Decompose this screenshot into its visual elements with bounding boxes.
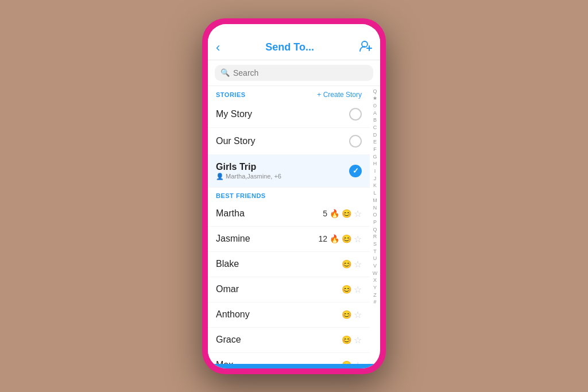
- item-name: Anthony: [216, 309, 250, 320]
- item-name: My Story: [216, 109, 252, 119]
- item-name: Grace: [216, 335, 241, 345]
- item-right: [349, 165, 362, 177]
- alpha-index-letter[interactable]: T: [373, 249, 377, 255]
- alpha-index-letter[interactable]: G: [373, 154, 377, 161]
- search-input-wrap[interactable]: 🔍: [215, 65, 373, 81]
- item-right: 😊 ☆: [342, 335, 362, 346]
- search-bar: 🔍: [208, 60, 380, 86]
- list-item[interactable]: My Story: [208, 101, 370, 128]
- list-item[interactable]: Anthony 😊 ☆: [208, 302, 370, 328]
- star-icon[interactable]: ☆: [354, 259, 362, 270]
- item-info: Jasmine: [216, 234, 250, 244]
- alpha-index-letter[interactable]: J: [374, 176, 377, 183]
- smile-emoji: 😊: [342, 310, 351, 319]
- smile-emoji: 😊: [342, 360, 351, 364]
- alpha-index-letter[interactable]: O: [373, 212, 377, 219]
- item-info: My Story: [216, 109, 252, 119]
- smile-emoji: 😊: [342, 285, 351, 294]
- create-story-button[interactable]: + Create Story: [317, 91, 362, 99]
- alpha-index-letter[interactable]: H: [373, 161, 377, 168]
- back-button[interactable]: ‹: [216, 40, 220, 55]
- alpha-index-letter[interactable]: L: [373, 190, 376, 197]
- alpha-index-letter[interactable]: U: [373, 255, 377, 262]
- star-icon[interactable]: ☆: [354, 309, 362, 320]
- item-right: 5 🔥 😊 ☆: [323, 208, 362, 219]
- select-circle[interactable]: [349, 135, 362, 148]
- alpha-index-letter[interactable]: Y: [373, 285, 377, 292]
- content-area: STORIES + Create Story My Story Our Stor…: [208, 86, 380, 364]
- item-name: Our Story: [216, 136, 255, 146]
- smile-emoji: 😊: [342, 335, 351, 344]
- search-input[interactable]: [233, 68, 368, 77]
- add-user-button[interactable]: [359, 40, 372, 55]
- item-right: 😊 ☆: [342, 259, 362, 270]
- item-info: Anthony: [216, 309, 250, 320]
- list-item[interactable]: Max 😊 ☆: [208, 353, 370, 364]
- item-name: Martha: [216, 208, 245, 219]
- list-area: STORIES + Create Story My Story Our Stor…: [208, 86, 370, 364]
- item-sub: 👤 Martha,Jasmine, +6: [216, 173, 281, 180]
- alpha-index-letter[interactable]: A: [373, 110, 377, 117]
- list-item[interactable]: Girls Trip 👤 Martha,Jasmine, +6: [208, 155, 370, 188]
- stories-label: STORIES: [216, 91, 246, 98]
- alpha-index-letter[interactable]: #: [373, 299, 376, 306]
- smile-emoji: 😊: [342, 234, 351, 243]
- select-circle[interactable]: [349, 108, 362, 121]
- item-right: 😊 ☆: [342, 360, 362, 364]
- alpha-index-letter[interactable]: R: [373, 234, 377, 240]
- star-icon[interactable]: ☆: [354, 234, 362, 244]
- alpha-index-letter[interactable]: F: [373, 146, 377, 153]
- item-info: Omar: [216, 284, 239, 294]
- item-right: 12 🔥 😊 ☆: [318, 234, 362, 244]
- item-right: 😊 ☆: [342, 309, 362, 320]
- page-title: Send To...: [265, 41, 314, 53]
- star-icon[interactable]: ☆: [354, 284, 362, 295]
- alpha-index-letter[interactable]: N: [373, 205, 377, 212]
- list-item[interactable]: Our Story: [208, 128, 370, 155]
- item-info: Martha: [216, 208, 245, 219]
- star-icon[interactable]: ☆: [354, 335, 362, 346]
- item-info: Grace: [216, 335, 241, 345]
- list-item[interactable]: Omar 😊 ☆: [208, 277, 370, 302]
- alpha-index-letter[interactable]: B: [373, 117, 377, 124]
- item-name: Omar: [216, 284, 239, 294]
- alpha-index-letter[interactable]: P: [373, 219, 377, 226]
- star-icon[interactable]: ☆: [354, 360, 362, 364]
- alpha-index-letter[interactable]: Q: [373, 88, 377, 95]
- alpha-index-letter[interactable]: D: [373, 132, 377, 139]
- list-item[interactable]: Blake 😊 ☆: [208, 252, 370, 277]
- smile-emoji: 😊: [342, 209, 351, 218]
- alpha-index-letter[interactable]: M: [373, 197, 377, 204]
- alpha-index-letter[interactable]: I: [374, 168, 376, 175]
- phone-outer: ‹ Send To... 🔍: [202, 18, 386, 374]
- streak-count: 5: [323, 209, 327, 218]
- list-item[interactable]: Martha 5 🔥 😊 ☆: [208, 201, 370, 227]
- alpha-index-letter[interactable]: ★: [373, 95, 377, 102]
- item-name: Girls Trip: [216, 162, 281, 172]
- header: ‹ Send To...: [208, 36, 380, 60]
- item-name: Blake: [216, 259, 239, 269]
- search-icon: 🔍: [220, 68, 230, 77]
- alpha-index-letter[interactable]: E: [373, 139, 377, 146]
- alpha-index-letter[interactable]: ⊙: [373, 103, 377, 110]
- bottom-bar: [208, 364, 380, 368]
- alpha-index-letter[interactable]: C: [373, 125, 377, 131]
- select-circle-checked[interactable]: [349, 165, 362, 177]
- star-icon[interactable]: ☆: [354, 208, 362, 219]
- alpha-index-letter[interactable]: Z: [373, 292, 377, 299]
- alpha-index-letter[interactable]: K: [373, 183, 377, 189]
- alpha-index-letter[interactable]: V: [373, 263, 377, 270]
- item-info: Girls Trip 👤 Martha,Jasmine, +6: [216, 162, 281, 180]
- alpha-index[interactable]: Q★⊙ABCDEFGHIJKLMNOPQRSTUVWXYZ#: [370, 86, 380, 364]
- alpha-index-letter[interactable]: W: [373, 270, 378, 277]
- list-item[interactable]: Grace 😊 ☆: [208, 328, 370, 353]
- smile-emoji: 😊: [342, 259, 351, 269]
- item-info: Max: [216, 360, 233, 364]
- item-right: 😊 ☆: [342, 284, 362, 295]
- streak-count: 12: [318, 234, 327, 243]
- alpha-index-letter[interactable]: S: [373, 241, 377, 248]
- alpha-index-letter[interactable]: X: [373, 277, 377, 284]
- list-item[interactable]: Jasmine 12 🔥 😊 ☆: [208, 227, 370, 252]
- alpha-index-letter[interactable]: Q: [373, 227, 377, 234]
- best-friends-label: BEST FRIENDS: [216, 192, 266, 199]
